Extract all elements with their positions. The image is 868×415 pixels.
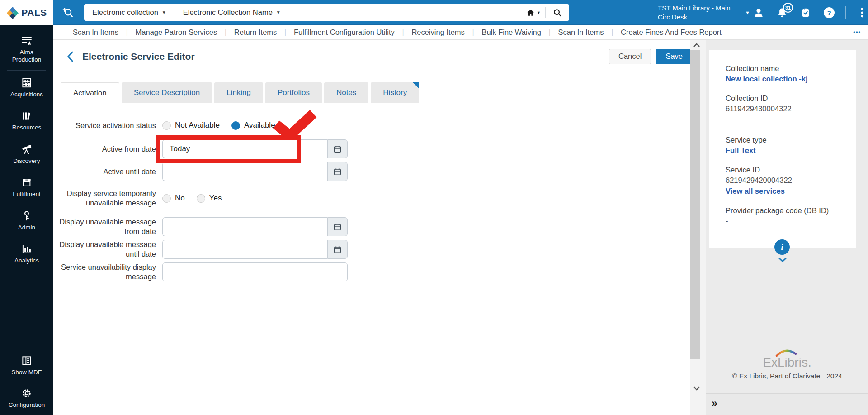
cancel-button[interactable]: Cancel bbox=[609, 49, 651, 64]
quicklink-manage-patron-services[interactable]: Manage Patron Services bbox=[128, 28, 225, 37]
calendar-button[interactable] bbox=[327, 217, 348, 236]
sidebar-item-label: Admin bbox=[18, 224, 35, 231]
sidebar-item-acquisitions[interactable]: Acquisitions bbox=[0, 77, 53, 98]
service-type-value[interactable]: Full Text bbox=[726, 146, 847, 155]
radio-label: No bbox=[175, 194, 185, 203]
sidebar-item-label: Discovery bbox=[13, 157, 40, 165]
field-label: Active from date bbox=[53, 144, 156, 154]
back-button[interactable] bbox=[64, 51, 76, 62]
radio-available[interactable]: Available bbox=[231, 121, 275, 130]
provider-group: Provider package code (DB ID) - bbox=[726, 206, 847, 225]
radio-icon-selected[interactable] bbox=[231, 121, 240, 130]
service-id-value: 6219429420004322 bbox=[726, 176, 847, 185]
field-label: Display unavailable message until date bbox=[53, 240, 156, 258]
radio-icon[interactable] bbox=[162, 194, 171, 203]
radio-not-available[interactable]: Not Available bbox=[162, 121, 220, 130]
info-icon[interactable]: i bbox=[774, 239, 790, 255]
location-chevron-down-icon[interactable]: ▼ bbox=[745, 10, 750, 15]
radio-icon[interactable] bbox=[197, 194, 205, 203]
search-button[interactable] bbox=[546, 4, 569, 21]
collection-id-group: Collection ID 6119429430004322 bbox=[726, 94, 847, 113]
quicklink-create-fines-fees-report[interactable]: Create Fines And Fees Report bbox=[613, 28, 729, 37]
calendar-icon bbox=[333, 245, 342, 254]
scrollbar-thumb[interactable] bbox=[690, 50, 700, 359]
calendar-icon bbox=[333, 223, 342, 231]
save-button[interactable]: Save bbox=[656, 49, 693, 64]
unavail-until-date-input[interactable] bbox=[162, 240, 327, 259]
quicklink-scan-in-items-2[interactable]: Scan In Items bbox=[551, 28, 612, 37]
collection-name-label: Collection name bbox=[726, 64, 847, 73]
sidebar-item-admin[interactable]: Admin bbox=[0, 210, 53, 231]
tab-bar: Activation Service Description Linking P… bbox=[61, 82, 690, 103]
fulfillment-icon bbox=[21, 176, 33, 188]
tab-portfolios[interactable]: Portfolios bbox=[265, 82, 322, 103]
collection-name-link[interactable]: New local collection -kj bbox=[726, 75, 847, 83]
sidebar-item-resources[interactable]: Resources bbox=[0, 110, 53, 131]
calendar-button[interactable] bbox=[327, 162, 348, 181]
divider bbox=[845, 6, 846, 19]
details-panel: Collection name New local collection -kj… bbox=[706, 40, 868, 415]
tab-history[interactable]: History bbox=[371, 82, 419, 103]
form-row-unavail-message: Service unavailability display message bbox=[53, 262, 690, 281]
field-label: Display service temporarily unavailable … bbox=[53, 189, 156, 207]
scroll-up-icon[interactable] bbox=[691, 42, 702, 49]
unavail-from-date-input[interactable] bbox=[162, 217, 327, 236]
quicklink-scan-in-items[interactable]: Scan In Items bbox=[65, 28, 126, 37]
quicklink-return-items[interactable]: Return Items bbox=[226, 28, 284, 37]
advanced-search-icon[interactable] bbox=[60, 5, 75, 20]
search-input[interactable] bbox=[289, 4, 522, 21]
unavail-message-input[interactable] bbox=[162, 262, 348, 281]
quicklinks-more-icon[interactable]: ••• bbox=[853, 29, 861, 35]
active-from-date-input[interactable] bbox=[162, 139, 327, 158]
home-search-button[interactable]: ▼ bbox=[522, 4, 545, 21]
radio-no[interactable]: No bbox=[162, 194, 185, 203]
search-field-dropdown[interactable]: Electronic Collection Name ▼ bbox=[175, 4, 289, 21]
form-row-active-from: Active from date bbox=[53, 139, 690, 158]
calendar-button[interactable] bbox=[327, 139, 348, 158]
copyright-text: © Ex Libris, Part of Clarivate bbox=[732, 372, 820, 380]
tab-service-description[interactable]: Service Description bbox=[122, 82, 212, 103]
provider-label: Provider package code (DB ID) bbox=[726, 206, 847, 215]
radio-yes[interactable]: Yes bbox=[197, 194, 222, 203]
top-icon-group: 31 ? bbox=[751, 0, 868, 25]
sidebar-item-label: Resources bbox=[12, 124, 42, 131]
field-label: Service activation status bbox=[53, 121, 156, 130]
quicklink-bulk-fine-waiving[interactable]: Bulk Fine Waiving bbox=[474, 28, 548, 37]
form-row-temp-unavailable: Display service temporarily unavailable … bbox=[53, 185, 690, 212]
sidebar-item-analytics[interactable]: Analytics bbox=[0, 243, 53, 264]
view-all-services-link[interactable]: View all services bbox=[726, 187, 847, 196]
panel-expand-icon[interactable]: » bbox=[712, 397, 717, 410]
search-scope-dropdown[interactable]: Electronic collection ▼ bbox=[84, 4, 175, 21]
show-mde-icon bbox=[21, 355, 33, 367]
vertical-scrollbar[interactable] bbox=[690, 40, 706, 415]
details-card: Collection name New local collection -kj… bbox=[709, 50, 856, 248]
user-menu-button[interactable] bbox=[751, 5, 766, 20]
sidebar-item-discovery[interactable]: Discovery bbox=[0, 143, 53, 165]
radio-icon[interactable] bbox=[162, 121, 171, 130]
tab-notes[interactable]: Notes bbox=[324, 82, 368, 103]
service-type-label: Service type bbox=[726, 136, 847, 144]
sidebar-item-fulfillment[interactable]: Fulfillment bbox=[0, 176, 53, 198]
current-location[interactable]: TST Main Library - Main Circ Desk bbox=[658, 4, 739, 21]
pals-logo[interactable]: PALS bbox=[0, 0, 53, 25]
alma-production-icon bbox=[21, 35, 33, 47]
quicklink-fulfillment-configuration-utility[interactable]: Fulfillment Configuration Utility bbox=[286, 28, 402, 37]
help-button[interactable]: ? bbox=[822, 5, 836, 20]
panel-collapse-chevron-icon[interactable] bbox=[778, 256, 787, 264]
more-menu-button[interactable] bbox=[855, 5, 868, 20]
sidebar-item-configuration[interactable]: Configuration bbox=[0, 387, 53, 409]
tab-linking[interactable]: Linking bbox=[214, 82, 263, 103]
quick-links-bar: Scan In Items| Manage Patron Services| R… bbox=[53, 25, 868, 40]
sidebar-item-alma-production[interactable]: Alma Production bbox=[0, 35, 53, 64]
radio-label: Not Available bbox=[175, 121, 220, 130]
active-until-date-input[interactable] bbox=[162, 162, 327, 181]
quicklink-receiving-items[interactable]: Receiving Items bbox=[404, 28, 472, 37]
notifications-button[interactable]: 31 bbox=[775, 5, 789, 20]
scroll-down-icon[interactable] bbox=[691, 385, 702, 392]
tasks-button[interactable] bbox=[798, 5, 813, 20]
sidebar-item-show-mde[interactable]: Show MDE bbox=[0, 355, 53, 376]
tab-activation[interactable]: Activation bbox=[61, 82, 119, 103]
sidebar-item-label: Acquisitions bbox=[10, 91, 43, 98]
calendar-button[interactable] bbox=[327, 240, 348, 259]
exlibris-logo: ExLibris. bbox=[749, 348, 826, 370]
